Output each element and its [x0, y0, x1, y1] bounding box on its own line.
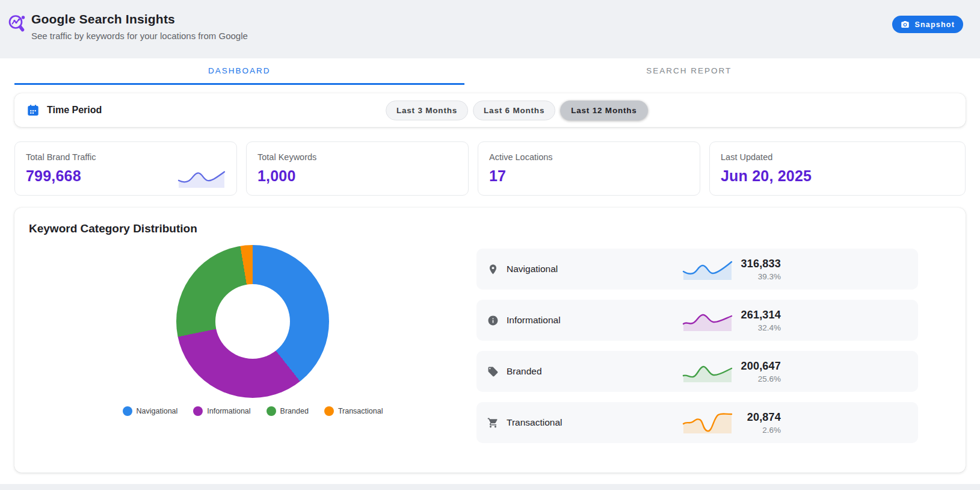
stat-value: 1,000	[257, 167, 457, 185]
category-label: Navigational	[507, 264, 558, 274]
legend-item-branded[interactable]: Branded	[267, 406, 309, 416]
tab-search-report-label: SEARCH REPORT	[646, 66, 732, 75]
chart-legend: Navigational Informational Branded Trans…	[123, 406, 383, 416]
camera-icon	[901, 20, 910, 29]
donut-chart[interactable]	[176, 245, 329, 398]
category-list: Navigational 316,833 39.3% Informational	[476, 249, 951, 443]
next-section-edge	[0, 484, 980, 490]
page-title: Google Search Insights	[31, 12, 248, 26]
tab-search-report[interactable]: SEARCH REPORT	[464, 58, 914, 85]
legend-label: Branded	[280, 407, 309, 415]
category-percent: 25.6%	[741, 374, 781, 383]
branded-sparkline	[682, 359, 733, 383]
keyword-category-distribution-card: Keyword Category Distribution Navigation…	[14, 208, 966, 473]
category-percent: 2.6%	[741, 426, 781, 435]
page-subtitle: See traffic by keywords for your locatio…	[31, 31, 248, 41]
tab-bar: DASHBOARD SEARCH REPORT	[0, 58, 980, 85]
legend-label: Navigational	[137, 407, 178, 415]
legend-item-transactional[interactable]: Transactional	[324, 406, 383, 416]
header: Google Search Insights See traffic by ke…	[0, 0, 980, 58]
category-label: Informational	[507, 315, 561, 326]
legend-dot	[123, 406, 132, 416]
stat-label: Total Keywords	[257, 152, 457, 162]
legend-dot	[267, 406, 276, 416]
stat-card-active-locations: Active Locations 17	[478, 141, 700, 196]
time-period-options: Last 3 Months Last 6 Months Last 12 Mont…	[386, 101, 648, 120]
search-insights-logo-icon	[6, 13, 30, 37]
category-percent: 39.3%	[741, 272, 781, 281]
brand-traffic-sparkline	[176, 166, 227, 189]
shopping-cart-icon	[487, 417, 499, 429]
category-value: 261,314	[741, 309, 781, 321]
stat-label: Last Updated	[721, 152, 954, 162]
time-period-card: Time Period Last 3 Months Last 6 Months …	[14, 93, 966, 127]
legend-label: Transactional	[338, 407, 383, 415]
category-value: 20,874	[741, 411, 781, 424]
stat-card-last-updated: Last Updated Jun 20, 2025	[709, 141, 966, 196]
stat-card-total-keywords: Total Keywords 1,000	[246, 141, 469, 196]
informational-sparkline	[682, 308, 733, 332]
stat-value: Jun 20, 2025	[721, 167, 954, 185]
category-row-branded[interactable]: Branded 200,647 25.6%	[476, 351, 918, 392]
category-row-transactional[interactable]: Transactional 20,874 2.6%	[476, 402, 918, 443]
category-label: Branded	[507, 366, 542, 377]
last-6-months-button[interactable]: Last 6 Months	[473, 101, 555, 120]
snapshot-label: Snapshot	[914, 20, 955, 29]
legend-item-informational[interactable]: Informational	[193, 406, 250, 416]
category-label: Transactional	[507, 417, 562, 428]
stat-card-total-brand-traffic: Total Brand Traffic 799,668	[14, 141, 237, 196]
navigational-sparkline	[682, 257, 733, 281]
location-pin-icon	[487, 264, 499, 275]
legend-dot	[324, 406, 334, 416]
tag-icon	[487, 366, 499, 377]
category-percent: 32.4%	[741, 323, 781, 332]
stat-value: 17	[489, 167, 689, 185]
legend-label: Informational	[207, 407, 250, 415]
stat-label: Active Locations	[489, 152, 689, 162]
time-period-label: Time Period	[47, 105, 102, 116]
stat-cards: Total Brand Traffic 799,668 Total Keywor…	[14, 141, 966, 196]
snapshot-button[interactable]: Snapshot	[892, 16, 963, 33]
legend-item-navigational[interactable]: Navigational	[123, 406, 178, 416]
info-icon	[487, 315, 499, 326]
legend-dot	[193, 406, 203, 416]
tab-dashboard[interactable]: DASHBOARD	[14, 58, 464, 85]
tab-dashboard-label: DASHBOARD	[208, 66, 271, 75]
last-12-months-button[interactable]: Last 12 Months	[560, 101, 647, 120]
category-row-navigational[interactable]: Navigational 316,833 39.3%	[476, 249, 918, 290]
stat-label: Total Brand Traffic	[26, 152, 226, 162]
category-value: 200,647	[741, 360, 781, 373]
transactional-sparkline	[682, 411, 733, 435]
distribution-title: Keyword Category Distribution	[29, 222, 951, 235]
category-row-informational[interactable]: Informational 261,314 32.4%	[476, 300, 918, 341]
category-value: 316,833	[741, 258, 781, 270]
last-3-months-button[interactable]: Last 3 Months	[386, 101, 468, 120]
calendar-icon	[26, 104, 40, 117]
